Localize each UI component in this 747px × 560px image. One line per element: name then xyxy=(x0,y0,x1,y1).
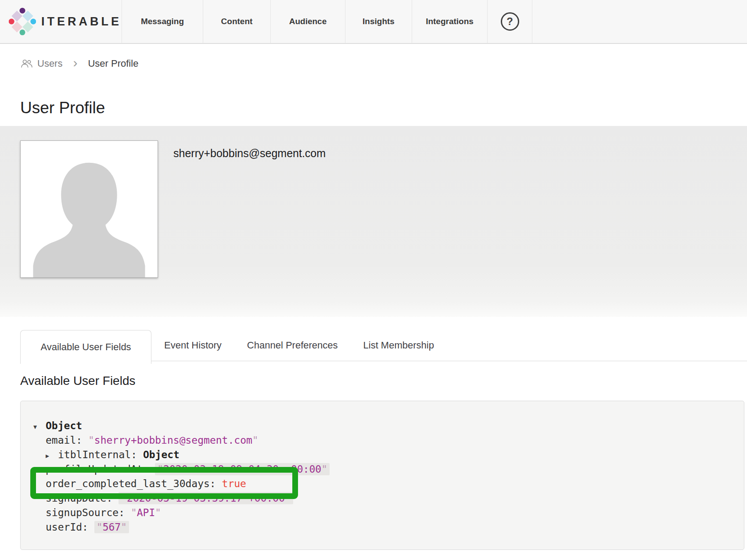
tab-available-user-fields[interactable]: Available User Fields xyxy=(20,330,151,364)
field-value: "API" xyxy=(131,507,161,518)
person-silhouette-icon xyxy=(21,141,158,277)
chevron-right-icon: › xyxy=(73,55,77,70)
field-row: signupDate: "2020-03-19 03:39:17 +00:00" xyxy=(21,491,744,506)
field-row: ▾Object xyxy=(21,419,744,433)
field-key: userId: xyxy=(46,521,94,533)
page-title: User Profile xyxy=(20,98,747,118)
nav-item-audience[interactable]: Audience xyxy=(271,0,345,43)
user-fields-json-viewer: ▾Objectemail: "sherry+bobbins@segment.co… xyxy=(20,401,744,550)
nav-item-integrations[interactable]: Integrations xyxy=(412,0,488,43)
field-value: "2020-03-19 09:04:30 +00:00" xyxy=(155,463,330,475)
nav-item-insights[interactable]: Insights xyxy=(345,0,412,43)
breadcrumb-users-link[interactable]: Users xyxy=(20,58,62,69)
help-icon[interactable]: ? xyxy=(501,12,519,31)
section-heading: Available User Fields xyxy=(20,373,747,388)
profile-tabs: Available User Fields Event History Chan… xyxy=(20,330,747,361)
object-label: Object xyxy=(143,449,180,460)
tab-event-history[interactable]: Event History xyxy=(151,330,234,361)
field-key: profileUpdatedAt: xyxy=(46,463,155,475)
breadcrumb-current: User Profile xyxy=(88,58,138,69)
user-email: sherry+bobbins@segment.com xyxy=(173,147,326,160)
top-nav: ITERABLE Messaging Content Audience Insi… xyxy=(0,0,747,44)
field-row: ▸itblInternal: Object xyxy=(21,448,744,462)
tab-list-membership[interactable]: List Membership xyxy=(351,330,447,361)
field-key: signupDate: xyxy=(46,492,119,504)
field-value: "2020-03-19 03:39:17 +00:00" xyxy=(119,492,293,504)
field-value: "567" xyxy=(94,521,129,533)
field-row: order_completed_last_30days: true xyxy=(21,477,744,491)
field-key: itblInternal: xyxy=(58,449,143,460)
field-row: signupSource: "API" xyxy=(21,506,744,520)
iterable-logo-icon xyxy=(9,1,36,42)
users-icon xyxy=(20,58,33,69)
field-row: email: "sherry+bobbins@segment.com" xyxy=(21,433,744,448)
field-value: "sherry+bobbins@segment.com" xyxy=(88,434,259,446)
field-key: order_completed_last_30days: xyxy=(46,478,222,489)
field-value: true xyxy=(222,478,246,489)
breadcrumb-users-label: Users xyxy=(37,58,62,69)
expand-arrow-icon[interactable]: ▸ xyxy=(46,449,58,463)
help-menu: ? xyxy=(488,0,532,43)
json-tree: ▾Objectemail: "sherry+bobbins@segment.co… xyxy=(21,419,744,535)
breadcrumb: Users › User Profile xyxy=(20,56,747,71)
nav-item-content[interactable]: Content xyxy=(203,0,271,43)
iterable-logo[interactable]: ITERABLE xyxy=(0,0,122,43)
nav-item-messaging[interactable]: Messaging xyxy=(122,0,203,43)
avatar-placeholder xyxy=(20,140,158,278)
tab-channel-preferences[interactable]: Channel Preferences xyxy=(234,330,351,361)
field-row: userId: "567" xyxy=(21,520,744,535)
field-key: signupSource: xyxy=(46,507,131,518)
object-label: Object xyxy=(46,420,82,431)
field-row: profileUpdatedAt: "2020-03-19 09:04:30 +… xyxy=(21,462,744,477)
brand-name: ITERABLE xyxy=(41,15,122,29)
field-key: email: xyxy=(46,434,88,446)
collapse-arrow-icon[interactable]: ▾ xyxy=(33,420,46,434)
profile-hero: sherry+bobbins@segment.com xyxy=(0,126,747,317)
